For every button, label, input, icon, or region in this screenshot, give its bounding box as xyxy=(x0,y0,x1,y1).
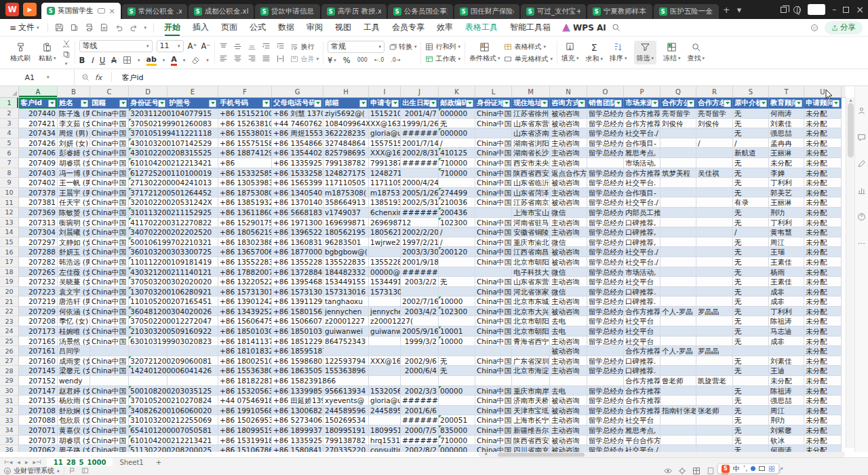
cell[interactable]: 留学总经办 xyxy=(587,178,624,188)
cell[interactable]: ######## xyxy=(401,396,439,406)
screen-share-icon[interactable] xyxy=(98,8,105,14)
cell[interactable]: +86 13220522 xyxy=(218,277,272,287)
cell[interactable]: 10001 xyxy=(439,326,475,337)
cell[interactable] xyxy=(769,346,804,356)
cell[interactable] xyxy=(660,257,696,267)
cell[interactable]: 山东省东营 xyxy=(512,119,550,129)
cell[interactable] xyxy=(660,415,696,425)
row-header[interactable]: 34 xyxy=(0,425,19,436)
print-icon[interactable] xyxy=(85,23,94,32)
cell[interactable]: 无 xyxy=(439,119,475,129)
find-button[interactable]: 查找▾ xyxy=(688,42,705,63)
cell[interactable]: 2003/3/30 xyxy=(401,247,439,257)
cell[interactable]: 罗晶晶 xyxy=(696,346,733,356)
cell[interactable]: 未分配 xyxy=(804,109,842,119)
cell[interactable]: 未分配 xyxy=(804,346,842,356)
cell[interactable]: +86 15575158 xyxy=(218,138,272,149)
header-cell[interactable]: 原中介机构 xyxy=(733,98,769,109)
cell[interactable]: / xyxy=(733,138,769,149)
cell[interactable] xyxy=(369,376,401,386)
cell[interactable]: 社交平台./ xyxy=(624,257,660,267)
cell[interactable]: 799138782 xyxy=(369,158,401,168)
cell[interactable]: 河北省张家 xyxy=(512,287,550,297)
cell[interactable]: 刘晨曦 (女 xyxy=(58,227,90,238)
cell[interactable]: 207223 xyxy=(19,287,58,297)
cell[interactable]: 北京市朝阳 xyxy=(512,257,550,267)
menu-视图[interactable]: 视图 xyxy=(329,19,357,36)
ime-punct[interactable]: ’, xyxy=(743,465,747,472)
flag-icon[interactable] xyxy=(68,467,76,474)
cell[interactable]: +86 15731301 xyxy=(218,287,272,297)
row-header[interactable]: 16 xyxy=(0,247,19,257)
menu-插入[interactable]: 插入 xyxy=(186,19,215,36)
cell[interactable]: +86 52734062 xyxy=(272,415,323,425)
cell[interactable]: jennychen xyxy=(323,307,369,317)
cell[interactable]: 主动咨询 xyxy=(550,188,587,198)
cell[interactable]: 未分配 xyxy=(769,376,804,386)
document-tab[interactable]: S可过_支付宝+_滴 xyxy=(521,4,586,19)
cell[interactable]: 2000/7/5 xyxy=(401,425,439,436)
cell[interactable]: 安徽省铜陵 xyxy=(512,227,550,238)
cell[interactable]: 合作方推荐 xyxy=(624,346,660,356)
cell[interactable]: 2002/8/31 xyxy=(401,148,439,158)
cell[interactable]: 王一帆 (男 xyxy=(58,178,90,188)
board-icon[interactable] xyxy=(81,467,89,474)
cell[interactable]: +86 18182281 xyxy=(218,376,272,386)
cell[interactable]: 207434 xyxy=(19,128,58,138)
cell[interactable]: 无 xyxy=(733,247,769,257)
restore-button[interactable] xyxy=(843,7,849,13)
font-color-button[interactable]: A xyxy=(171,55,177,66)
collaborate-icon[interactable] xyxy=(857,107,866,115)
cell[interactable]: 151521001 xyxy=(369,109,401,119)
cell[interactable]: 未分配 xyxy=(804,376,842,386)
cell[interactable]: 市场活动, xyxy=(624,158,660,168)
cell[interactable]: 207421 xyxy=(19,119,58,129)
cell[interactable] xyxy=(475,208,512,218)
cell[interactable] xyxy=(660,238,696,248)
cell[interactable] xyxy=(696,287,733,297)
cell[interactable] xyxy=(660,158,696,168)
cell[interactable] xyxy=(696,128,733,138)
cell[interactable]: 口碑推荐. xyxy=(624,356,660,366)
row-header[interactable]: 30 xyxy=(0,386,19,396)
cell[interactable]: 未分配 xyxy=(804,178,842,188)
cell[interactable]: 310103200212255069 xyxy=(129,415,167,425)
cell[interactable]: 陕西省西安 xyxy=(512,436,550,446)
cell[interactable]: 207402 xyxy=(19,178,58,188)
cell[interactable]: 去电 xyxy=(550,316,587,326)
row-header[interactable]: 17 xyxy=(0,257,19,267)
cell[interactable] xyxy=(696,436,733,446)
document-tab[interactable]: S高学历 教授.xlsx xyxy=(321,4,387,19)
menu-效率[interactable]: 效率 xyxy=(431,19,459,36)
cell[interactable]: 96283501 xyxy=(323,238,369,248)
cell[interactable]: 刘紫馨 xyxy=(769,425,804,436)
cell[interactable]: 未分配 xyxy=(804,337,842,347)
cell[interactable]: 00000@qq# xyxy=(369,267,401,278)
cell[interactable]: ziyi5692@( xyxy=(323,109,369,119)
cell[interactable]: 北京市大兴 xyxy=(512,307,550,317)
cell[interactable]: 2003/4/2 xyxy=(401,307,439,317)
cell[interactable]: China中国 xyxy=(90,436,129,446)
cell[interactable]: 吴佳祺 xyxy=(696,168,733,178)
column-header[interactable]: P xyxy=(624,86,660,97)
cell[interactable]: +86 18002510 xyxy=(218,356,272,366)
cell[interactable]: +86 18141137 xyxy=(218,337,272,347)
cell[interactable]: China中国 xyxy=(90,148,129,158)
number-format-select[interactable]: 常规▾ xyxy=(328,41,384,53)
cell[interactable]: 无 xyxy=(733,356,769,366)
cell[interactable] xyxy=(660,277,696,287)
distribute-icon[interactable] xyxy=(276,54,285,63)
help-icon[interactable] xyxy=(857,212,866,221)
cell[interactable]: +86 15106786 xyxy=(218,445,272,452)
cell[interactable]: 王晨宇 (男 xyxy=(58,188,90,198)
cell[interactable]: 未分配 xyxy=(804,197,842,208)
cell[interactable]: 成雨雯 (女 xyxy=(58,356,90,366)
account-area[interactable] xyxy=(808,4,825,15)
cell[interactable]: China中国 xyxy=(475,297,512,307)
cell[interactable] xyxy=(696,396,733,406)
cell[interactable]: 2000/4/24 xyxy=(401,178,439,188)
cell[interactable] xyxy=(323,346,369,356)
cell[interactable] xyxy=(439,346,475,356)
cell[interactable]: 社交平台./ xyxy=(624,197,660,208)
cell[interactable]: China中国 xyxy=(90,406,129,416)
